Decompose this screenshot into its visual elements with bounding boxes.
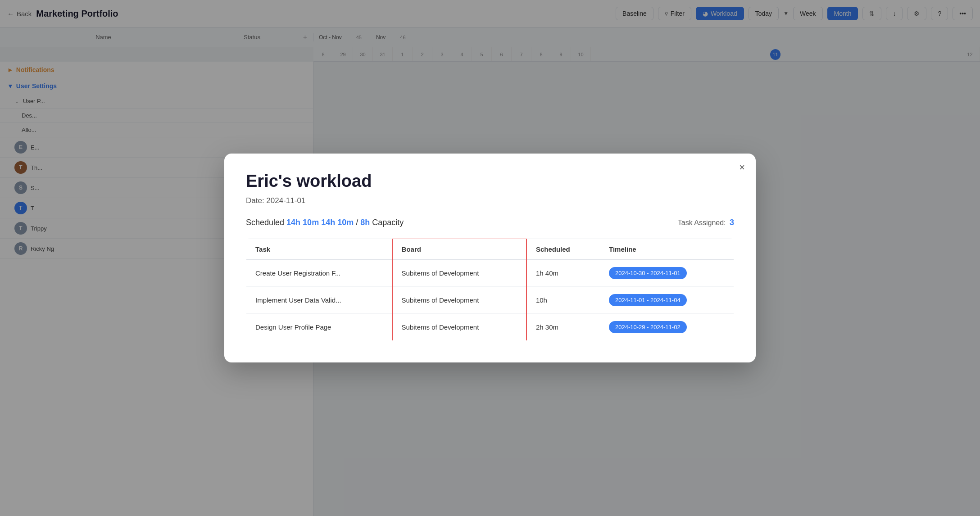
task-name-2: Implement User Data Valid... [246,287,392,314]
table-row: Create User Registration F... Subitems o… [246,260,734,287]
board-2: Subitems of Development [392,287,526,314]
timeline-2: 2024-11-01 - 2024-11-04 [600,287,734,314]
modal-overlay[interactable]: × Eric's workload Date: 2024-11-01 Sched… [0,0,980,516]
scheduled-1: 1h 40m [526,260,600,287]
table-row: Design User Profile Page Subitems of Dev… [246,314,734,341]
task-name-3: Design User Profile Page [246,314,392,341]
task-name-1: Create User Registration F... [246,260,392,287]
col-header-scheduled: Scheduled [526,239,600,260]
workload-modal: × Eric's workload Date: 2024-11-01 Sched… [224,154,756,362]
modal-summary: Scheduled 14h 10m 14h 10m / 8h / 8h Capa… [246,218,734,227]
scheduled-2: 10h [526,287,600,314]
modal-date: Date: 2024-11-01 [246,196,734,205]
timeline-3: 2024-10-29 - 2024-11-02 [600,314,734,341]
scheduled-3: 2h 30m [526,314,600,341]
modal-scheduled-summary: Scheduled 14h 10m 14h 10m / 8h / 8h Capa… [246,218,404,227]
col-header-task: Task [246,239,392,260]
modal-close-button[interactable]: × [739,163,745,172]
timeline-badge-1: 2024-10-30 - 2024-11-01 [609,267,687,279]
timeline-badge-2: 2024-11-01 - 2024-11-04 [609,294,687,306]
workload-table: Task Board Scheduled Timeline Create Use… [246,238,734,341]
board-3: Subitems of Development [392,314,526,341]
timeline-badge-3: 2024-10-29 - 2024-11-02 [609,321,687,333]
table-row: Implement User Data Valid... Subitems of… [246,287,734,314]
col-header-board: Board [392,239,526,260]
modal-task-assigned: Task Assigned: 3 [678,218,734,227]
board-1: Subitems of Development [392,260,526,287]
modal-title: Eric's workload [246,172,734,191]
timeline-1: 2024-10-30 - 2024-11-01 [600,260,734,287]
col-header-timeline: Timeline [600,239,734,260]
